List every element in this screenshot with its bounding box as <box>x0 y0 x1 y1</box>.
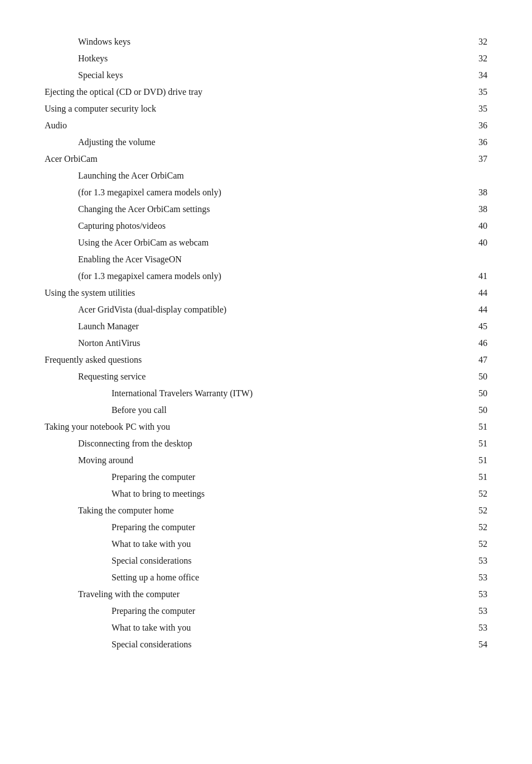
toc-entry-text: Capturing photos/videos <box>45 218 465 234</box>
toc-entry-page: 46 <box>465 335 487 351</box>
toc-entry-page: 36 <box>465 134 487 150</box>
toc-entry-text: Moving around <box>45 453 465 468</box>
toc-entry: Taking your notebook PC with you51 <box>45 419 487 435</box>
toc-entry: (for 1.3 megapixel camera models only)38 <box>45 184 487 201</box>
toc-entry-text: Launch Manager <box>45 319 465 334</box>
toc-entry-page: 53 <box>465 553 487 569</box>
toc-entry-text: Before you call <box>45 402 465 418</box>
toc-entry: Changing the Acer OrbiCam settings38 <box>45 201 487 218</box>
toc-entry-text: Taking your notebook PC with you <box>45 419 465 435</box>
toc-entry: Windows keys32 <box>45 33 487 50</box>
toc-entry: Using the Acer OrbiCam as webcam40 <box>45 234 487 251</box>
toc-entry: Taking the computer home52 <box>45 502 487 519</box>
toc-entry-text: Setting up a home office <box>45 570 465 585</box>
toc-entry: What to bring to meetings52 <box>45 486 487 502</box>
toc-entry-text: Disconnecting from the desktop <box>45 436 465 451</box>
toc-entry-page: 50 <box>465 369 487 385</box>
toc-entry: (for 1.3 megapixel camera models only)41 <box>45 268 487 285</box>
toc-entry: Norton AntiVirus46 <box>45 335 487 352</box>
toc-entry: Enabling the Acer VisageON <box>45 251 487 268</box>
toc-entry-page: 32 <box>465 34 487 50</box>
toc-entry-text: Special considerations <box>45 637 465 652</box>
toc-entry-page: 41 <box>465 268 487 284</box>
toc-entry-text: Acer GridVista (dual-display compatible) <box>45 302 465 318</box>
toc-entry-text: Norton AntiVirus <box>45 335 465 351</box>
toc-entry: Special considerations53 <box>45 552 487 569</box>
toc-entry-page: 52 <box>465 520 487 535</box>
toc-entry-page: 45 <box>465 319 487 334</box>
toc-entry-page: 36 <box>465 118 487 133</box>
toc-entry-page: 51 <box>465 453 487 468</box>
toc-entry-page: 51 <box>465 419 487 435</box>
toc-entry: Adjusting the volume36 <box>45 134 487 151</box>
toc-entry: Hotkeys32 <box>45 50 487 67</box>
toc-entry-page: 50 <box>465 386 487 401</box>
toc-entry-page: 35 <box>465 101 487 117</box>
toc-entry-text: Special considerations <box>45 553 465 569</box>
toc-entry: Using the system utilities44 <box>45 285 487 301</box>
toc-entry-text: Taking the computer home <box>45 503 465 518</box>
toc-entry: Setting up a home office53 <box>45 569 487 586</box>
toc-entry-page: 52 <box>465 536 487 552</box>
toc-entry: Special keys34 <box>45 67 487 84</box>
toc-entry: Disconnecting from the desktop51 <box>45 435 487 452</box>
toc-entry-page: 44 <box>465 285 487 301</box>
toc-entry-page: 38 <box>465 185 487 200</box>
toc-entry-page: 51 <box>465 469 487 485</box>
toc-entry-text: Using a computer security lock <box>45 101 465 117</box>
toc-entry-text: Windows keys <box>45 34 465 50</box>
toc-entry: Ejecting the optical (CD or DVD) drive t… <box>45 84 487 100</box>
toc-entry: Acer OrbiCam37 <box>45 151 487 167</box>
toc-entry: Traveling with the computer53 <box>45 586 487 603</box>
toc-entry-text: Special keys <box>45 68 465 83</box>
toc-entry: Frequently asked questions47 <box>45 352 487 368</box>
toc-entry-text: Enabling the Acer VisageON <box>45 252 465 267</box>
toc-entry-page: 38 <box>465 201 487 217</box>
toc-entry-text: What to take with you <box>45 536 465 552</box>
toc-entry-page: 53 <box>465 603 487 619</box>
toc-entry-text: Requesting service <box>45 369 465 385</box>
toc-entry-text: Adjusting the volume <box>45 134 465 150</box>
toc-entry: Preparing the computer53 <box>45 603 487 619</box>
toc-entry: Audio36 <box>45 117 487 134</box>
toc-entry-text: Frequently asked questions <box>45 352 465 368</box>
toc-entry: Preparing the computer51 <box>45 469 487 486</box>
toc-entry-text: Changing the Acer OrbiCam settings <box>45 201 465 217</box>
toc-entry-page: 44 <box>465 302 487 318</box>
toc-entry-text: Launching the Acer OrbiCam <box>45 168 465 184</box>
toc-entry: What to take with you52 <box>45 536 487 552</box>
toc-entry-page: 34 <box>465 68 487 83</box>
toc-entry-page: 40 <box>465 235 487 251</box>
toc-entry-text: Using the Acer OrbiCam as webcam <box>45 235 465 251</box>
toc-entry-text: Preparing the computer <box>45 520 465 535</box>
toc-entry-text: Acer OrbiCam <box>45 151 465 167</box>
toc-entry: Moving around51 <box>45 452 487 469</box>
toc-entry-page: 53 <box>465 570 487 585</box>
toc-entry-text: (for 1.3 megapixel camera models only) <box>45 268 465 284</box>
toc-entry: Before you call50 <box>45 402 487 419</box>
toc-entry-text: What to bring to meetings <box>45 486 465 502</box>
toc-entry-page: 47 <box>465 352 487 368</box>
toc-entry-text: Preparing the computer <box>45 603 465 619</box>
toc-entry-page: 54 <box>465 637 487 652</box>
toc-entry-text: Using the system utilities <box>45 285 465 301</box>
toc-entry: Requesting service50 <box>45 368 487 385</box>
toc-entry: Capturing photos/videos40 <box>45 218 487 234</box>
toc-entry: Launching the Acer OrbiCam <box>45 167 487 184</box>
toc-entry-page: 53 <box>465 620 487 636</box>
toc-entry-text: International Travelers Warranty (ITW) <box>45 386 465 401</box>
toc-entry-page: 50 <box>465 402 487 418</box>
toc-entry: International Travelers Warranty (ITW)50 <box>45 385 487 402</box>
toc-entry: Acer GridVista (dual-display compatible)… <box>45 301 487 318</box>
toc-entry-text: (for 1.3 megapixel camera models only) <box>45 185 465 200</box>
toc-entry: Launch Manager45 <box>45 318 487 335</box>
toc-entry-text: Ejecting the optical (CD or DVD) drive t… <box>45 84 465 100</box>
toc-entry-page: 35 <box>465 84 487 100</box>
toc-entry-page: 52 <box>465 503 487 518</box>
toc-entry-text: What to take with you <box>45 620 465 636</box>
toc-entry-page: 53 <box>465 587 487 602</box>
toc-entry-page: 37 <box>465 151 487 167</box>
toc-entry-page: 32 <box>465 51 487 66</box>
toc-entry-page: 52 <box>465 486 487 502</box>
toc-entry-page: 40 <box>465 218 487 234</box>
